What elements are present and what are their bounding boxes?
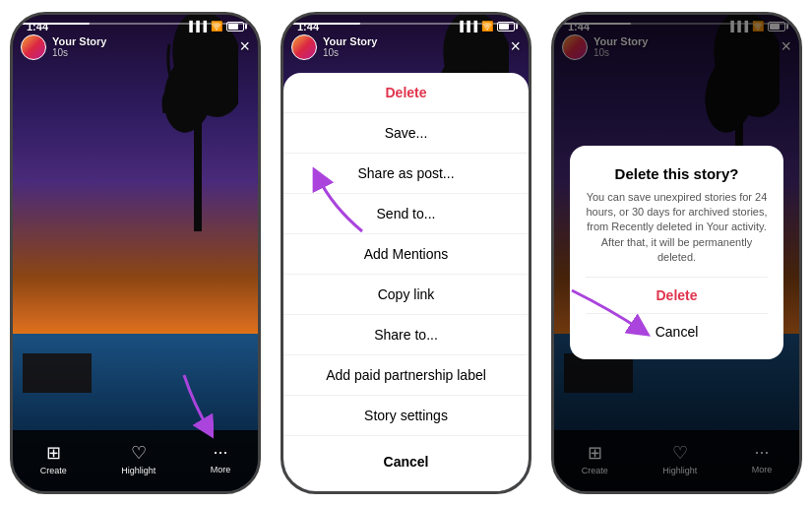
more-icon-1: ··· [213,442,227,463]
phone-body-2: 1:44 ▐▐▐ 🛜 Your Story 10s × Delete [281,12,531,494]
status-bar-1: 1:44 ▐▐▐ 🛜 [13,15,258,34]
menu-settings-2[interactable]: Story settings [283,396,529,436]
story-header-1: Your Story 10s × [21,34,250,60]
menu-mentions-2[interactable]: Add Mentions [283,234,529,275]
avatar-1 [21,34,46,60]
story-user-2: Your Story 10s [291,34,377,60]
status-icons-2: ▐▐▐ 🛜 [457,21,515,32]
more-label-1: More [211,465,231,474]
story-user-1: Your Story 10s [21,34,106,60]
menu-share-to-2[interactable]: Share to... [283,315,529,355]
arrow-more-1 [155,365,214,444]
battery-icon-1 [226,22,244,32]
highlight-label-1: Highlight [121,466,156,475]
phone-body-1: 1:44 ▐▐▐ 🛜 Your Story 10s × [10,12,261,494]
story-time-2: 10s [323,47,377,58]
bottom-actions-1: ⊞ Create ♡ Highlight ··· More [13,438,258,479]
menu-partnership-2[interactable]: Add paid partnership label [283,355,529,396]
story-bottom-1: ⊞ Create ♡ Highlight ··· More [13,430,258,491]
battery-icon-2 [497,22,515,32]
time-1: 1:44 [27,21,48,32]
wifi-icon-1: 🛜 [211,21,222,32]
close-button-2[interactable]: × [510,36,521,57]
menu-delete-2[interactable]: Delete [283,73,529,113]
dropdown-menu-2: Delete Save... Share as post... Send to.… [283,73,529,491]
signal-icon-2: ▐▐▐ [457,21,477,32]
battery-fill-1 [228,24,238,30]
phone-2: 1:44 ▐▐▐ 🛜 Your Story 10s × Delete [271,0,541,505]
create-action-1[interactable]: ⊞ Create [40,442,67,475]
time-2: 1:44 [297,21,319,32]
arrow-delete-2 [293,167,372,236]
story-time-1: 10s [52,47,106,58]
menu-cancel-2[interactable]: Cancel [291,442,521,481]
close-button-1[interactable]: × [239,36,250,57]
phone-1: 1:44 ▐▐▐ 🛜 Your Story 10s × [0,0,271,505]
status-icons-1: ▐▐▐ 🛜 [186,21,244,32]
menu-copy-link-2[interactable]: Copy link [283,275,529,315]
phone-3: 1:44 ▐▐▐ 🛜 Your Story 10s × [541,0,812,505]
story-header-2: Your Story 10s × [291,34,521,60]
avatar-2 [291,34,317,60]
story-username-2: Your Story [323,35,377,47]
highlight-action-1[interactable]: ♡ Highlight [121,442,156,475]
battery-fill-2 [499,24,509,30]
signal-icon-1: ▐▐▐ [186,21,207,32]
wifi-icon-2: 🛜 [481,21,493,32]
dialog-title-3: Delete this story? [586,165,768,182]
create-icon-1: ⊞ [46,442,61,464]
dialog-overlay-3: Delete this story? You can save unexpire… [554,15,799,491]
arrow-delete-3 [562,281,651,340]
highlight-icon-1: ♡ [131,442,147,464]
phone-body-3: 1:44 ▐▐▐ 🛜 Your Story 10s × [551,12,802,494]
more-action-1[interactable]: ··· More [211,442,231,474]
story-username-1: Your Story [52,35,106,47]
status-bar-2: 1:44 ▐▐▐ 🛜 [283,15,529,34]
menu-save-2[interactable]: Save... [283,113,529,154]
pier-1 [23,353,92,393]
dialog-body-3: You can save unexpired stories for 24 ho… [586,190,768,266]
create-label-1: Create [40,466,67,475]
